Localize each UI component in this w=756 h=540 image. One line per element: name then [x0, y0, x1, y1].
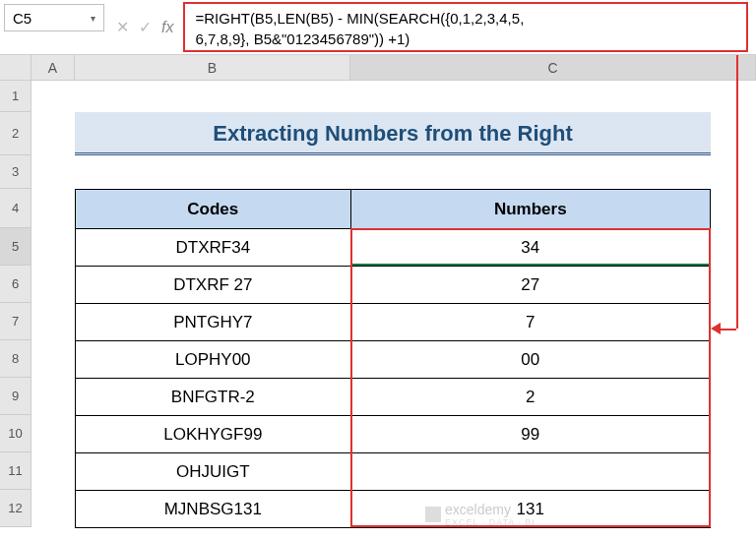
- cell-code[interactable]: BNFGTR-2: [76, 379, 351, 416]
- header-codes[interactable]: Codes: [76, 190, 351, 229]
- table-row: OHJUIGT: [76, 453, 711, 491]
- cell-code[interactable]: OHJUIGT: [76, 453, 351, 491]
- fx-icon[interactable]: fx: [161, 19, 173, 36]
- header-numbers[interactable]: Numbers: [350, 190, 710, 229]
- cell-code[interactable]: DTXRF 27: [76, 267, 351, 304]
- cancel-icon[interactable]: ✕: [116, 18, 129, 36]
- col-header-A[interactable]: A: [32, 55, 75, 80]
- cell-num[interactable]: 27: [350, 267, 710, 304]
- watermark-sub: EXCEL · DATA · BI: [445, 517, 536, 527]
- column-headers: A B C: [32, 55, 756, 81]
- table-row: LOKHYGF9999: [76, 416, 711, 453]
- cell-num[interactable]: 00: [350, 341, 710, 379]
- table-row: PNTGHY77: [76, 304, 711, 341]
- cell-code[interactable]: LOPHY00: [76, 341, 351, 379]
- row-header-7[interactable]: 7: [0, 303, 32, 340]
- cells-area[interactable]: Extracting Numbers from the Right Codes …: [32, 81, 756, 540]
- table-row: BNFGTR-22: [76, 379, 711, 416]
- formula-bar-controls: ✕ ✓ fx: [108, 0, 181, 54]
- annotation-line: [719, 329, 736, 330]
- table-row: MJNBSG131131: [76, 491, 711, 528]
- select-all-corner[interactable]: [0, 55, 32, 81]
- cell-num[interactable]: 34: [350, 229, 710, 267]
- data-table: Codes Numbers DTXRF3434 DTXRF 2727 PNTGH…: [75, 189, 711, 528]
- cell-num[interactable]: 99: [350, 416, 710, 453]
- formula-bar: C5 ▾ ✕ ✓ fx =RIGHT(B5,LEN(B5) - MIN(SEAR…: [0, 0, 756, 55]
- cell-code[interactable]: DTXRF34: [76, 229, 351, 267]
- cell-code[interactable]: PNTGHY7: [76, 304, 351, 341]
- cell-code[interactable]: MJNBSG131: [76, 491, 351, 528]
- table-row: LOPHY0000: [76, 341, 711, 379]
- cell-num[interactable]: 2: [350, 379, 710, 416]
- row-header-3[interactable]: 3: [0, 155, 32, 189]
- watermark: exceldemy EXCEL · DATA · BI: [425, 502, 536, 527]
- cell-num[interactable]: [350, 453, 710, 491]
- col-header-B[interactable]: B: [75, 55, 350, 80]
- row-header-11[interactable]: 11: [0, 452, 32, 490]
- sheet-title: Extracting Numbers from the Right: [75, 112, 711, 155]
- name-box[interactable]: C5 ▾: [4, 4, 104, 31]
- formula-line-1: =RIGHT(B5,LEN(B5) - MIN(SEARCH({0,1,2,3,…: [195, 8, 736, 29]
- row-header-12[interactable]: 12: [0, 490, 32, 527]
- name-box-value: C5: [13, 10, 32, 27]
- row-headers: 1 2 3 4 5 6 7 8 9 10 11 12: [0, 81, 32, 527]
- table-row: DTXRF 2727: [76, 267, 711, 304]
- row-header-6[interactable]: 6: [0, 266, 32, 303]
- cell-num[interactable]: 7: [350, 304, 710, 341]
- annotation-line: [736, 55, 738, 329]
- row-header-5[interactable]: 5: [0, 228, 32, 266]
- spreadsheet-grid: A B C 1 2 3 4 5 6 7 8 9 10 11 12 Extract…: [0, 55, 756, 540]
- row-header-10[interactable]: 10: [0, 415, 32, 452]
- row-header-8[interactable]: 8: [0, 340, 32, 378]
- row-header-2[interactable]: 2: [0, 112, 32, 155]
- table-header-row: Codes Numbers: [76, 190, 711, 229]
- cell-code[interactable]: LOKHYGF99: [76, 416, 351, 453]
- row-header-9[interactable]: 9: [0, 378, 32, 415]
- chevron-down-icon[interactable]: ▾: [91, 13, 95, 24]
- formula-line-2: 6,7,8,9}, B5&"0123456789")) +1): [195, 29, 736, 49]
- formula-input[interactable]: =RIGHT(B5,LEN(B5) - MIN(SEARCH({0,1,2,3,…: [183, 2, 748, 52]
- logo-icon: [425, 507, 441, 522]
- annotation-arrow-icon: [711, 323, 721, 334]
- col-header-C[interactable]: C: [350, 55, 756, 80]
- row-header-4[interactable]: 4: [0, 189, 32, 228]
- row-header-1[interactable]: 1: [0, 81, 32, 112]
- accept-icon[interactable]: ✓: [139, 18, 152, 36]
- table-row: DTXRF3434: [76, 229, 711, 267]
- watermark-brand: exceldemy: [445, 502, 511, 517]
